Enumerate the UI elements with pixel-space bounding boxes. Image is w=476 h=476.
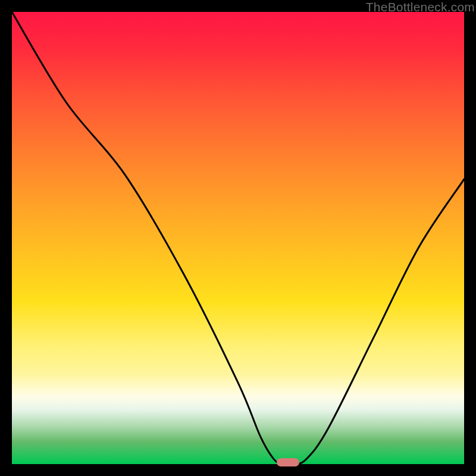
bottleneck-curve bbox=[12, 12, 464, 464]
plot-area bbox=[12, 12, 464, 464]
optimal-marker bbox=[277, 458, 299, 466]
watermark-text: TheBottleneck.com bbox=[366, 0, 475, 14]
chart-frame: TheBottleneck.com bbox=[0, 0, 476, 476]
